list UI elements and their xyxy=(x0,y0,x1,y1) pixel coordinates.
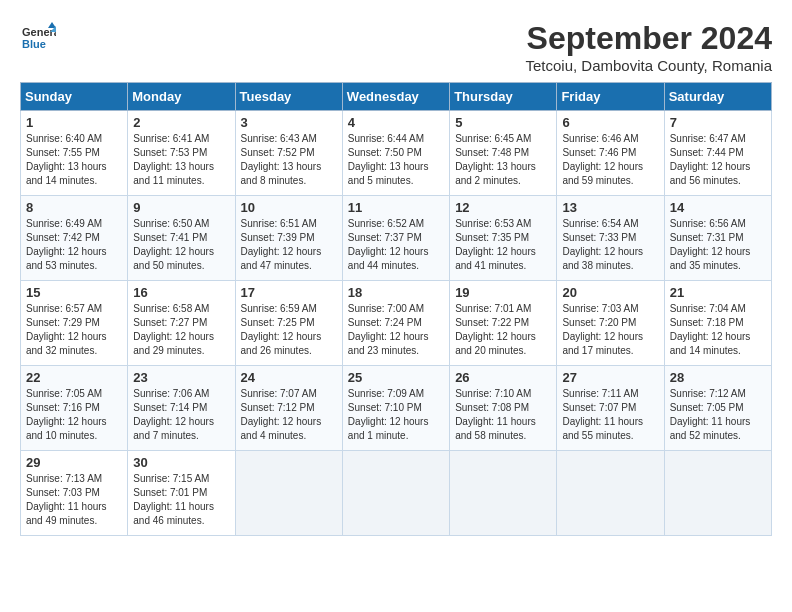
day-number: 13 xyxy=(562,200,658,215)
calendar-cell: 8Sunrise: 6:49 AM Sunset: 7:42 PM Daylig… xyxy=(21,196,128,281)
calendar-cell: 10Sunrise: 6:51 AM Sunset: 7:39 PM Dayli… xyxy=(235,196,342,281)
calendar-cell: 26Sunrise: 7:10 AM Sunset: 7:08 PM Dayli… xyxy=(450,366,557,451)
day-info: Sunrise: 6:45 AM Sunset: 7:48 PM Dayligh… xyxy=(455,132,551,188)
calendar-cell xyxy=(450,451,557,536)
day-number: 10 xyxy=(241,200,337,215)
calendar-cell: 5Sunrise: 6:45 AM Sunset: 7:48 PM Daylig… xyxy=(450,111,557,196)
calendar-cell: 20Sunrise: 7:03 AM Sunset: 7:20 PM Dayli… xyxy=(557,281,664,366)
day-number: 5 xyxy=(455,115,551,130)
day-number: 28 xyxy=(670,370,766,385)
calendar-cell: 4Sunrise: 6:44 AM Sunset: 7:50 PM Daylig… xyxy=(342,111,449,196)
month-title: September 2024 xyxy=(525,20,772,57)
weekday-header-monday: Monday xyxy=(128,83,235,111)
calendar-cell: 28Sunrise: 7:12 AM Sunset: 7:05 PM Dayli… xyxy=(664,366,771,451)
calendar-cell: 11Sunrise: 6:52 AM Sunset: 7:37 PM Dayli… xyxy=(342,196,449,281)
calendar-cell: 14Sunrise: 6:56 AM Sunset: 7:31 PM Dayli… xyxy=(664,196,771,281)
calendar-cell: 22Sunrise: 7:05 AM Sunset: 7:16 PM Dayli… xyxy=(21,366,128,451)
svg-text:Blue: Blue xyxy=(22,38,46,50)
calendar-table: SundayMondayTuesdayWednesdayThursdayFrid… xyxy=(20,82,772,536)
day-info: Sunrise: 7:07 AM Sunset: 7:12 PM Dayligh… xyxy=(241,387,337,443)
calendar-cell: 24Sunrise: 7:07 AM Sunset: 7:12 PM Dayli… xyxy=(235,366,342,451)
calendar-cell: 2Sunrise: 6:41 AM Sunset: 7:53 PM Daylig… xyxy=(128,111,235,196)
calendar-cell: 17Sunrise: 6:59 AM Sunset: 7:25 PM Dayli… xyxy=(235,281,342,366)
weekday-header-friday: Friday xyxy=(557,83,664,111)
weekday-header-tuesday: Tuesday xyxy=(235,83,342,111)
calendar-cell: 9Sunrise: 6:50 AM Sunset: 7:41 PM Daylig… xyxy=(128,196,235,281)
day-number: 8 xyxy=(26,200,122,215)
day-number: 26 xyxy=(455,370,551,385)
weekday-header-wednesday: Wednesday xyxy=(342,83,449,111)
week-row-1: 1Sunrise: 6:40 AM Sunset: 7:55 PM Daylig… xyxy=(21,111,772,196)
day-number: 6 xyxy=(562,115,658,130)
calendar-cell: 13Sunrise: 6:54 AM Sunset: 7:33 PM Dayli… xyxy=(557,196,664,281)
week-row-3: 15Sunrise: 6:57 AM Sunset: 7:29 PM Dayli… xyxy=(21,281,772,366)
day-info: Sunrise: 7:03 AM Sunset: 7:20 PM Dayligh… xyxy=(562,302,658,358)
calendar-cell: 19Sunrise: 7:01 AM Sunset: 7:22 PM Dayli… xyxy=(450,281,557,366)
day-info: Sunrise: 7:06 AM Sunset: 7:14 PM Dayligh… xyxy=(133,387,229,443)
day-number: 19 xyxy=(455,285,551,300)
day-info: Sunrise: 6:46 AM Sunset: 7:46 PM Dayligh… xyxy=(562,132,658,188)
weekday-header-sunday: Sunday xyxy=(21,83,128,111)
logo-icon: General Blue xyxy=(20,20,56,56)
day-number: 27 xyxy=(562,370,658,385)
day-number: 16 xyxy=(133,285,229,300)
day-number: 12 xyxy=(455,200,551,215)
calendar-cell: 27Sunrise: 7:11 AM Sunset: 7:07 PM Dayli… xyxy=(557,366,664,451)
week-row-2: 8Sunrise: 6:49 AM Sunset: 7:42 PM Daylig… xyxy=(21,196,772,281)
calendar-cell xyxy=(664,451,771,536)
calendar-cell: 15Sunrise: 6:57 AM Sunset: 7:29 PM Dayli… xyxy=(21,281,128,366)
weekday-header-saturday: Saturday xyxy=(664,83,771,111)
day-info: Sunrise: 6:50 AM Sunset: 7:41 PM Dayligh… xyxy=(133,217,229,273)
logo: General Blue xyxy=(20,20,56,56)
day-info: Sunrise: 6:54 AM Sunset: 7:33 PM Dayligh… xyxy=(562,217,658,273)
day-info: Sunrise: 6:57 AM Sunset: 7:29 PM Dayligh… xyxy=(26,302,122,358)
day-info: Sunrise: 7:04 AM Sunset: 7:18 PM Dayligh… xyxy=(670,302,766,358)
calendar-cell: 12Sunrise: 6:53 AM Sunset: 7:35 PM Dayli… xyxy=(450,196,557,281)
title-block: September 2024 Tetcoiu, Dambovita County… xyxy=(525,20,772,74)
day-info: Sunrise: 7:01 AM Sunset: 7:22 PM Dayligh… xyxy=(455,302,551,358)
day-info: Sunrise: 6:53 AM Sunset: 7:35 PM Dayligh… xyxy=(455,217,551,273)
day-info: Sunrise: 6:43 AM Sunset: 7:52 PM Dayligh… xyxy=(241,132,337,188)
day-number: 9 xyxy=(133,200,229,215)
day-number: 21 xyxy=(670,285,766,300)
weekday-header-row: SundayMondayTuesdayWednesdayThursdayFrid… xyxy=(21,83,772,111)
day-number: 14 xyxy=(670,200,766,215)
day-number: 17 xyxy=(241,285,337,300)
calendar-cell: 1Sunrise: 6:40 AM Sunset: 7:55 PM Daylig… xyxy=(21,111,128,196)
calendar-cell: 21Sunrise: 7:04 AM Sunset: 7:18 PM Dayli… xyxy=(664,281,771,366)
week-row-5: 29Sunrise: 7:13 AM Sunset: 7:03 PM Dayli… xyxy=(21,451,772,536)
calendar-cell: 23Sunrise: 7:06 AM Sunset: 7:14 PM Dayli… xyxy=(128,366,235,451)
day-info: Sunrise: 7:11 AM Sunset: 7:07 PM Dayligh… xyxy=(562,387,658,443)
day-info: Sunrise: 6:44 AM Sunset: 7:50 PM Dayligh… xyxy=(348,132,444,188)
day-number: 30 xyxy=(133,455,229,470)
day-number: 15 xyxy=(26,285,122,300)
day-number: 29 xyxy=(26,455,122,470)
day-number: 22 xyxy=(26,370,122,385)
calendar-cell: 16Sunrise: 6:58 AM Sunset: 7:27 PM Dayli… xyxy=(128,281,235,366)
day-number: 24 xyxy=(241,370,337,385)
day-info: Sunrise: 6:51 AM Sunset: 7:39 PM Dayligh… xyxy=(241,217,337,273)
day-number: 1 xyxy=(26,115,122,130)
day-number: 11 xyxy=(348,200,444,215)
day-number: 2 xyxy=(133,115,229,130)
day-info: Sunrise: 6:59 AM Sunset: 7:25 PM Dayligh… xyxy=(241,302,337,358)
day-info: Sunrise: 7:05 AM Sunset: 7:16 PM Dayligh… xyxy=(26,387,122,443)
svg-marker-2 xyxy=(48,22,56,28)
day-info: Sunrise: 6:49 AM Sunset: 7:42 PM Dayligh… xyxy=(26,217,122,273)
day-info: Sunrise: 6:40 AM Sunset: 7:55 PM Dayligh… xyxy=(26,132,122,188)
day-number: 7 xyxy=(670,115,766,130)
day-number: 25 xyxy=(348,370,444,385)
day-info: Sunrise: 6:41 AM Sunset: 7:53 PM Dayligh… xyxy=(133,132,229,188)
day-info: Sunrise: 7:00 AM Sunset: 7:24 PM Dayligh… xyxy=(348,302,444,358)
page-header: General Blue September 2024 Tetcoiu, Dam… xyxy=(20,20,772,74)
day-number: 18 xyxy=(348,285,444,300)
calendar-cell: 7Sunrise: 6:47 AM Sunset: 7:44 PM Daylig… xyxy=(664,111,771,196)
day-info: Sunrise: 7:13 AM Sunset: 7:03 PM Dayligh… xyxy=(26,472,122,528)
calendar-cell xyxy=(557,451,664,536)
calendar-cell xyxy=(235,451,342,536)
weekday-header-thursday: Thursday xyxy=(450,83,557,111)
day-info: Sunrise: 6:47 AM Sunset: 7:44 PM Dayligh… xyxy=(670,132,766,188)
day-number: 3 xyxy=(241,115,337,130)
calendar-cell: 3Sunrise: 6:43 AM Sunset: 7:52 PM Daylig… xyxy=(235,111,342,196)
day-info: Sunrise: 6:56 AM Sunset: 7:31 PM Dayligh… xyxy=(670,217,766,273)
